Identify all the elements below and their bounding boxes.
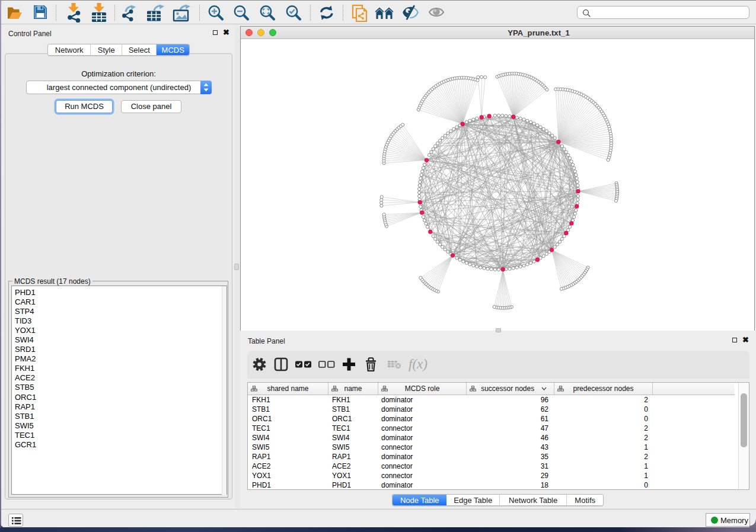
svg-text:f(x): f(x) (409, 357, 428, 371)
